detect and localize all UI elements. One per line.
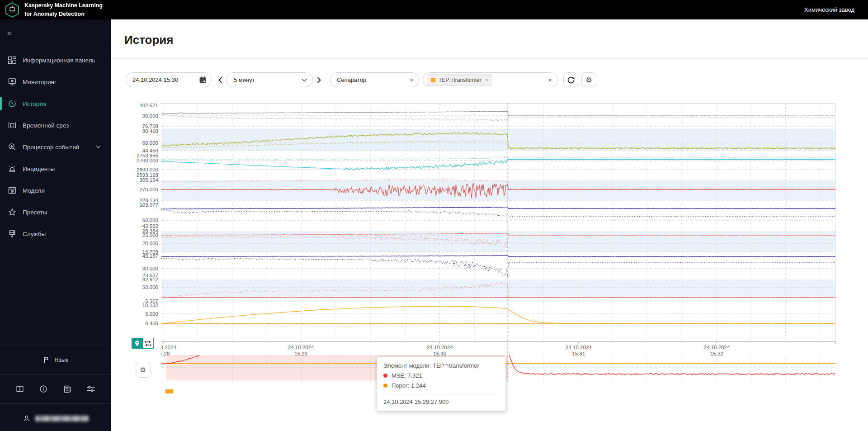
top-bar: Kaspersky Machine Learning for Anomaly D… — [0, 0, 868, 19]
model-chip-label: TEP⊃transformer — [439, 77, 481, 83]
language-button[interactable]: Язык — [0, 352, 111, 367]
sidebar-item-monitoring[interactable]: Мониторинг — [0, 71, 111, 93]
range-arrows-icon — [145, 341, 151, 346]
calendar-icon[interactable] — [199, 76, 207, 84]
svg-text:43.187: 43.187 — [142, 253, 158, 259]
title-divider — [111, 58, 868, 59]
svg-text:60.000: 60.000 — [142, 140, 158, 146]
model-color-swatch — [431, 78, 435, 82]
sidebar-item-time-slice[interactable]: Временной срез — [0, 114, 111, 136]
svg-text:90.000: 90.000 — [142, 113, 158, 118]
main-content: История 24.10.2024 15:30 5 минут Сепарат… — [111, 19, 868, 431]
interval-value: 5 минут — [234, 76, 255, 83]
svg-text:50.000: 50.000 — [142, 284, 158, 290]
tooltip-mse-value: MSE: 7.321 — [392, 372, 422, 379]
sidebar-divider — [0, 345, 111, 345]
remove-model-chip-icon[interactable]: × — [485, 77, 488, 83]
datetime-value: 24.10.2024 15:30 — [132, 76, 178, 83]
svg-text:102.571: 102.571 — [139, 103, 158, 108]
svg-text:24.10.2024: 24.10.2024 — [427, 345, 453, 350]
model-filter-input[interactable]: TEP⊃transformer × × — [423, 72, 558, 87]
newspaper-icon — [63, 384, 72, 393]
object-filter-value: Сепаратор — [337, 76, 366, 83]
chevron-right-icon — [317, 77, 321, 83]
sidebar-item-dashboard[interactable]: Информационная панель — [0, 49, 111, 71]
documentation-button[interactable] — [13, 382, 27, 396]
sidebar-item-models[interactable]: Модели — [0, 180, 111, 201]
services-server-icon — [8, 229, 17, 238]
pin-mode-button[interactable] — [132, 338, 142, 348]
next-interval-button[interactable] — [314, 72, 324, 87]
svg-text:15:32: 15:32 — [710, 351, 723, 356]
mse-settings-button[interactable]: ⚙ — [136, 362, 151, 378]
sidebar-item-presets[interactable]: Пресеты — [0, 201, 111, 223]
map-pin-icon — [134, 340, 140, 347]
sidebar: « Информационная панель Мониторинг — [0, 19, 111, 431]
sidebar-item-services[interactable]: Службы — [0, 223, 111, 245]
svg-text:24.10.2024: 24.10.2024 — [704, 345, 730, 350]
license-button[interactable] — [61, 382, 74, 396]
dashboard-icon — [8, 56, 17, 65]
svg-text:82.912: 82.912 — [142, 277, 158, 282]
models-icon — [8, 186, 17, 195]
sidebar-footer-icons — [0, 381, 111, 397]
tooltip-divider — [383, 394, 499, 394]
tooltip-title: Элемент модели: TEP⊃transformer — [383, 362, 499, 369]
svg-text:80.468: 80.468 — [142, 128, 158, 134]
gear-icon: ⚙ — [140, 366, 146, 374]
refresh-button[interactable] — [563, 72, 578, 87]
chart-tooltip: Элемент модели: TEP⊃transformer MSE: 7.3… — [377, 357, 506, 411]
chevron-down-icon — [302, 78, 307, 82]
about-button[interactable] — [37, 382, 50, 396]
clear-model-filter-icon[interactable]: × — [548, 76, 552, 83]
chart-settings-button[interactable]: ⚙ — [581, 72, 596, 87]
tooltip-timestamp: 24.10.2024 15:29:27.900 — [383, 398, 499, 405]
app-root: Kaspersky Machine Learning for Anomaly D… — [0, 0, 868, 431]
svg-text:15:31: 15:31 — [572, 351, 585, 356]
svg-text:24.10.2024: 24.10.2024 — [288, 345, 314, 350]
svg-text:270.000: 270.000 — [139, 187, 158, 192]
svg-text:24.10.2024: 24.10.2024 — [150, 345, 176, 350]
svg-text:25.000: 25.000 — [142, 232, 158, 238]
svg-text:305.164: 305.164 — [139, 177, 158, 183]
svg-text:10.132: 10.132 — [142, 303, 158, 308]
object-filter-input[interactable]: Сепаратор × — [330, 72, 420, 87]
svg-text:-0.405: -0.405 — [143, 321, 158, 326]
sidebar-nav: Информационная панель Мониторинг История — [0, 49, 111, 245]
presets-star-icon — [8, 208, 17, 217]
sidebar-divider — [0, 44, 111, 44]
refresh-icon — [567, 76, 575, 84]
range-mode-button[interactable] — [142, 338, 153, 348]
sidebar-collapse-button[interactable]: « — [7, 28, 11, 38]
sidebar-divider — [0, 374, 111, 374]
model-chip[interactable]: TEP⊃transformer × — [427, 74, 492, 86]
svg-text:20.000: 20.000 — [142, 241, 158, 246]
interval-select[interactable]: 5 минут — [226, 72, 313, 87]
sidebar-item-event-processor[interactable]: Процессор событий — [0, 136, 111, 158]
sidebar-item-history[interactable]: История — [0, 93, 111, 114]
chevron-down-icon[interactable] — [96, 145, 101, 149]
tooltip-threshold-value: Порог: 1.244 — [392, 382, 426, 389]
active-item-indicator — [0, 97, 2, 110]
time-slice-icon — [8, 121, 17, 130]
user-account[interactable] — [0, 411, 111, 426]
svg-text:60.000: 60.000 — [142, 218, 158, 223]
app-logo[interactable]: Kaspersky Machine Learning for Anomaly D… — [5, 1, 103, 18]
datetime-picker[interactable]: 24.10.2024 15:30 — [126, 72, 212, 87]
model-legend-swatch[interactable] — [165, 389, 173, 393]
settings-button[interactable] — [84, 382, 98, 396]
svg-text:2600.000: 2600.000 — [137, 167, 158, 172]
chart-mode-toggle — [132, 338, 154, 349]
clear-object-filter-icon[interactable]: × — [410, 76, 414, 83]
user-icon — [23, 414, 31, 422]
user-email-blurred — [35, 416, 89, 422]
app-title: Kaspersky Machine Learning for Anomaly D… — [24, 1, 103, 18]
workspace-name[interactable]: Химический завод — [804, 0, 854, 19]
threshold-dot-icon — [383, 384, 387, 388]
flag-icon — [42, 356, 50, 364]
sidebar-item-incidents[interactable]: Инциденты — [0, 158, 111, 180]
monitoring-icon — [8, 77, 17, 86]
history-clock-icon — [8, 99, 17, 108]
prev-interval-button[interactable] — [215, 72, 225, 87]
incidents-siren-icon — [8, 164, 17, 173]
